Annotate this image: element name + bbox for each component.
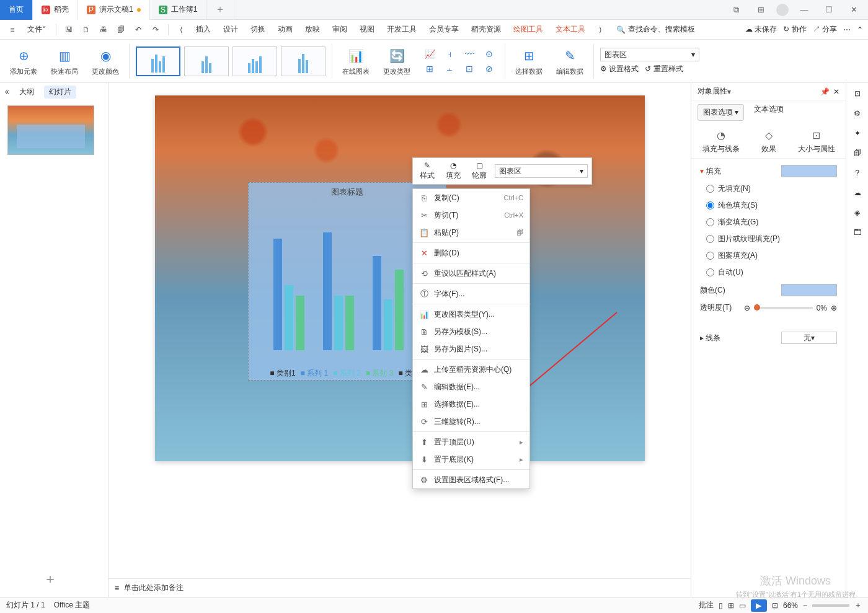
chart-style-4[interactable] (281, 46, 326, 76)
menu-insert[interactable]: 插入 (191, 20, 216, 40)
no-fill-radio[interactable]: 无填充(N) (706, 183, 837, 194)
size-props-tab[interactable]: ⊡大小与属性 (798, 128, 835, 154)
close-panel-icon[interactable]: ✕ (833, 87, 839, 96)
chart-options-tab[interactable]: 图表选项 ▾ (698, 104, 744, 121)
side-icon-7[interactable]: ◈ (854, 208, 860, 217)
select-data-button[interactable]: ⊞选择数据 (512, 46, 546, 76)
ctx-paste[interactable]: 📋粘贴(P)🗐 (413, 224, 529, 241)
chart-style-2[interactable] (184, 46, 229, 76)
saveas-icon[interactable]: 🗋 (79, 22, 94, 37)
redo-icon[interactable]: ↷ (148, 22, 163, 37)
menu-drawtools[interactable]: 绘图工具 (508, 20, 548, 40)
ctx-send-back[interactable]: ⬇置于底层(K)▸ (413, 451, 529, 468)
view-reading-icon[interactable]: ▭ (739, 601, 746, 610)
preview-icon[interactable]: 🗐 (113, 22, 128, 37)
gradient-fill-radio[interactable]: 渐变填充(G) (706, 217, 837, 227)
close-button[interactable]: ✕ (844, 2, 863, 17)
quick-layout-button[interactable]: ▥快速布局 (47, 46, 82, 76)
chart-small-buttons[interactable]: 📈⫞〰⊙ ⊞⫠⊡⊘ (420, 47, 498, 76)
menu-slideshow[interactable]: 放映 (300, 20, 325, 40)
fit-icon[interactable]: ⊡ (772, 601, 778, 610)
ctx-copy[interactable]: ⎘复制(C)Ctrl+C (413, 189, 529, 206)
menu-view[interactable]: 视图 (355, 20, 379, 40)
side-icon-2[interactable]: ⚙ (854, 109, 861, 118)
maximize-button[interactable]: ☐ (820, 2, 838, 17)
ctx-reset-style[interactable]: ⟲重设以匹配样式(A) (413, 265, 529, 282)
line-style-select[interactable]: 无 ▾ (781, 332, 837, 344)
chart-area-select[interactable]: 图表区▾ (600, 48, 699, 61)
view-sorter-icon[interactable]: ⊞ (728, 601, 734, 610)
online-chart-button[interactable]: 📊在线图表 (339, 46, 373, 76)
change-type-button[interactable]: 🔄更改类型 (379, 46, 414, 76)
slides-tab[interactable]: 幻灯片 (44, 86, 76, 99)
zoom-out-icon[interactable]: − (803, 601, 807, 610)
slideshow-button[interactable]: ▶ (751, 599, 767, 612)
edit-data-button[interactable]: ✎编辑数据 (552, 46, 587, 76)
comments-button[interactable]: 批注 (699, 600, 714, 611)
slide-thumbnail-1[interactable]: 1 (7, 105, 100, 155)
ctx-save-template[interactable]: 🗎另存为模板(S)... (413, 323, 529, 340)
collapse-icon[interactable]: ⌃ (857, 25, 863, 34)
more-menu-icon[interactable]: ⟩ (593, 22, 608, 37)
tab-daoke[interactable]: 稻壳 (33, 0, 78, 20)
coop-button[interactable]: ↻ 协作 (783, 24, 806, 35)
pin-icon[interactable]: 📌 (820, 87, 830, 96)
menu-animation[interactable]: 动画 (273, 20, 298, 40)
fill-button[interactable]: ◔填充 (440, 161, 466, 181)
picture-fill-radio[interactable]: 图片或纹理填充(P) (706, 234, 837, 244)
chart-style-3[interactable] (232, 46, 277, 76)
notes-bar[interactable]: ≡ 单击此处添加备注 (108, 578, 691, 597)
effects-tab[interactable]: ◇效果 (761, 128, 776, 154)
solid-fill-radio[interactable]: 纯色填充(S) (706, 200, 837, 211)
transparency-slider[interactable] (754, 307, 812, 309)
menu-icon[interactable]: ≡ (5, 22, 20, 37)
menu-texttools[interactable]: 文本工具 (551, 20, 590, 40)
line-section[interactable]: ▸ 线条 (700, 333, 720, 343)
slide-canvas[interactable]: 图表标题 类别1 系列 1 系列 2 系列 3 类别3 (108, 83, 691, 597)
menu-devtools[interactable]: 开发工具 (382, 20, 422, 40)
auto-fill-radio[interactable]: 自动(U) (706, 267, 837, 278)
avatar[interactable] (776, 4, 789, 16)
search-box[interactable]: 🔍查找命令、搜索模板 (616, 24, 695, 35)
ctx-font[interactable]: Ⓣ字体(F)... (413, 285, 529, 302)
ctx-edit-data[interactable]: ✎编辑数据(E)... (413, 378, 529, 395)
zoom-in-icon[interactable]: ＋ (854, 600, 862, 611)
ctx-upload[interactable]: ☁上传至稻壳资源中心(Q) (413, 361, 529, 378)
tab-workbook[interactable]: S工作簿1 (150, 0, 207, 20)
side-icon-4[interactable]: 🗐 (854, 149, 861, 157)
undo-icon[interactable]: ↶ (131, 22, 146, 37)
menu-transition[interactable]: 切换 (246, 20, 270, 40)
menu-vip[interactable]: 会员专享 (424, 20, 464, 40)
ctx-save-image[interactable]: 🖼另存为图片(S)... (413, 340, 529, 358)
add-element-button[interactable]: ⊕添加元素 (6, 46, 41, 76)
chart-element-select[interactable]: 图表区▾ (495, 164, 588, 178)
more-icon[interactable]: ⋯ (843, 25, 851, 34)
grid2-icon[interactable]: ⊞ (751, 2, 770, 17)
pattern-fill-radio[interactable]: 图案填充(A) (706, 250, 837, 261)
side-icon-6[interactable]: ☁ (854, 188, 861, 197)
chart-style-gallery[interactable] (136, 46, 326, 76)
tab-presentation[interactable]: P演示文稿1 (78, 0, 150, 20)
share-button[interactable]: ↗ 分享 (813, 24, 837, 35)
fill-swatch[interactable] (781, 165, 837, 177)
zoom-slider[interactable] (812, 604, 849, 607)
save-icon[interactable]: 🖫 (61, 22, 76, 37)
ctx-delete[interactable]: ✕删除(D) (413, 244, 529, 262)
change-color-button[interactable]: ◉更改颜色 (88, 46, 123, 76)
chart-style-1[interactable] (136, 46, 180, 76)
zoom-value[interactable]: 66% (783, 601, 798, 610)
side-icon-1[interactable]: ⊡ (854, 89, 861, 98)
collapse-left-icon[interactable]: « (5, 87, 9, 96)
style-button[interactable]: ✎样式 (414, 161, 440, 181)
print-icon[interactable]: 🖶 (96, 22, 111, 37)
outline-tab[interactable]: 大纲 (14, 86, 39, 99)
grid1-icon[interactable]: ⧉ (727, 2, 745, 17)
tab-home[interactable]: 首页 (0, 0, 33, 20)
ctx-cut[interactable]: ✂剪切(T)Ctrl+X (413, 206, 529, 224)
outline-button[interactable]: ▢轮廓 (466, 161, 492, 181)
menu-review[interactable]: 审阅 (327, 20, 352, 40)
ctx-format-area[interactable]: ⚙设置图表区域格式(F)... (413, 471, 529, 488)
menu-daoke[interactable]: 稻壳资源 (466, 20, 506, 40)
new-tab-button[interactable]: ＋ (206, 0, 234, 20)
add-slide-button[interactable]: ＋ (43, 570, 57, 588)
